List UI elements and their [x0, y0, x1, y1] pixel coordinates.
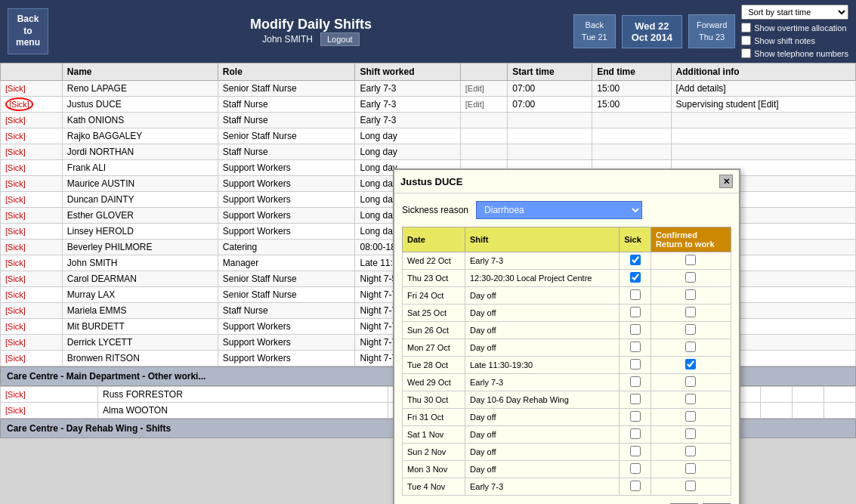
employee-name: Russ FORRESTOR [98, 387, 388, 403]
schedule-date: Tue 28 Oct [403, 357, 465, 374]
confirmed-checkbox[interactable] [685, 289, 696, 300]
sick-badge[interactable]: [Sick] [5, 84, 26, 93]
employee-role: Support Workers [218, 335, 355, 351]
additional-info: Supervising student [Edit] [671, 97, 855, 113]
forward-date-button[interactable]: Forward Thu 23 [688, 14, 735, 48]
end-time: 15:00 [592, 81, 671, 97]
employee-role: Support Workers [218, 208, 355, 224]
sick-badge[interactable]: [Sick] [5, 131, 26, 141]
employee-name: Mariela EMMS [62, 303, 218, 319]
sick-checkbox[interactable] [630, 324, 641, 335]
modal-schedule-row: Sat 25 Oct Day off [403, 305, 731, 322]
confirmed-checkbox[interactable] [685, 324, 696, 335]
employee-role: Senior Staff Nurse [218, 271, 355, 287]
employee-name: Bronwen RITSON [62, 351, 218, 366]
sick-badge[interactable]: [Sick] [5, 116, 26, 125]
table-row: [Sick] Kath ONIONS Staff Nurse Early 7-3 [1, 113, 856, 128]
employee-role: Staff Nurse [218, 303, 355, 319]
confirmed-checkbox[interactable] [685, 446, 696, 456]
telephone-checkbox[interactable] [741, 48, 751, 58]
sick-badge[interactable]: [Sick] [5, 290, 26, 299]
table-row: [Sick] Jordi NORTHAN Staff Nurse Long da… [1, 144, 856, 160]
modal-schedule-row: Fri 31 Oct Day off [403, 409, 731, 426]
end-time: 15:00 [592, 97, 671, 113]
sick-badge[interactable]: [Sick] [5, 97, 33, 111]
start-time [508, 128, 592, 144]
edit-link[interactable]: [Edit] [465, 84, 484, 93]
col-header-shift: Shift worked [355, 63, 460, 81]
back-date-button[interactable]: Back Tue 21 [573, 14, 616, 48]
employee-role: Staff Nurse [218, 144, 355, 160]
employee-name: Carol DEARMAN [62, 271, 218, 287]
sick-badge[interactable]: [Sick] [5, 243, 26, 252]
confirmed-checkbox[interactable] [685, 463, 696, 474]
employee-name: Derrick LYCETT [62, 335, 218, 351]
schedule-date: Wed 22 Oct [403, 252, 465, 270]
schedule-shift: Day off [465, 305, 619, 322]
sick-checkbox[interactable] [630, 446, 641, 456]
sick-checkbox[interactable] [630, 307, 641, 317]
sick-badge[interactable]: [Sick] [5, 338, 26, 347]
sick-badge[interactable]: [Sick] [5, 274, 26, 283]
sick-badge[interactable]: [Sick] [5, 211, 26, 220]
sick-badge[interactable]: [Sick] [5, 258, 26, 267]
employee-name: Kath ONIONS [62, 113, 218, 128]
sick-badge[interactable]: [Sick] [5, 354, 26, 363]
employee-name: Esther GLOVER [62, 208, 218, 224]
confirmed-checkbox[interactable] [685, 272, 696, 283]
employee-role: Staff Nurse [218, 97, 355, 113]
employee-role: Catering [218, 240, 355, 255]
employee-role: Senior Staff Nurse [218, 81, 355, 97]
sick-checkbox[interactable] [630, 428, 641, 439]
confirmed-checkbox[interactable] [685, 481, 696, 491]
start-time: 07:00 [508, 81, 592, 97]
confirmed-checkbox[interactable] [685, 359, 696, 369]
sick-checkbox[interactable] [630, 289, 641, 300]
sick-badge[interactable]: [Sick] [5, 195, 26, 204]
employee-role: Support Workers [218, 319, 355, 335]
edit-link[interactable]: [Edit] [465, 100, 484, 109]
back-to-menu-button[interactable]: Back to menu [8, 8, 48, 54]
sick-checkbox[interactable] [630, 359, 641, 369]
sick-badge[interactable]: [Sick] [5, 179, 26, 188]
sort-select[interactable]: Sort by start time [741, 5, 848, 20]
confirmed-checkbox[interactable] [685, 428, 696, 439]
sick-badge[interactable]: [Sick] [5, 227, 26, 236]
employee-role: Support Workers [218, 176, 355, 192]
modal-schedule-row: Wed 29 Oct Early 7-3 [403, 374, 731, 391]
sick-checkbox[interactable] [630, 376, 641, 387]
sick-checkbox[interactable] [630, 411, 641, 422]
logout-button[interactable]: Logout [320, 32, 360, 46]
sick-checkbox[interactable] [630, 463, 641, 474]
sick-badge[interactable]: [Sick] [5, 306, 26, 315]
additional-info [671, 144, 855, 160]
confirmed-checkbox[interactable] [685, 394, 696, 404]
shift-notes-checkbox[interactable] [741, 36, 751, 45]
confirmed-checkbox[interactable] [685, 307, 696, 317]
confirmed-checkbox[interactable] [685, 411, 696, 422]
sick-checkbox[interactable] [630, 272, 641, 283]
overtime-checkbox[interactable] [741, 23, 751, 32]
schedule-shift: Day off [465, 461, 619, 478]
sick-badge[interactable]: [Sick] [5, 322, 26, 331]
sick-badge[interactable]: [Sick] [5, 147, 26, 156]
sickness-modal: Justus DUCE ✕ Sickness reason DiarrhoeaV… [393, 169, 740, 504]
header-title-block: Modify Daily Shifts John SMITH Logout [54, 17, 567, 46]
sick-badge[interactable]: [Sick] [5, 406, 26, 415]
current-date-display: Wed 22 Oct 2014 [622, 15, 682, 48]
confirmed-checkbox[interactable] [685, 342, 696, 352]
confirmed-checkbox[interactable] [685, 376, 696, 387]
employee-name: Beverley PHILMORE [62, 240, 218, 255]
sick-checkbox[interactable] [630, 255, 641, 265]
sick-badge[interactable]: [Sick] [5, 390, 26, 399]
shift-worked: Long day [355, 144, 460, 160]
sick-badge[interactable]: [Sick] [5, 163, 26, 172]
employee-role: Support Workers [218, 224, 355, 240]
modal-close-button[interactable]: ✕ [719, 175, 733, 188]
sick-checkbox[interactable] [630, 481, 641, 491]
confirmed-checkbox[interactable] [685, 255, 696, 265]
sick-checkbox[interactable] [630, 342, 641, 352]
sick-checkbox[interactable] [630, 394, 641, 404]
sickness-reason-select[interactable]: DiarrhoeaVomitingBack painCold/FluStress… [476, 201, 642, 219]
schedule-date: Mon 3 Nov [403, 461, 465, 478]
